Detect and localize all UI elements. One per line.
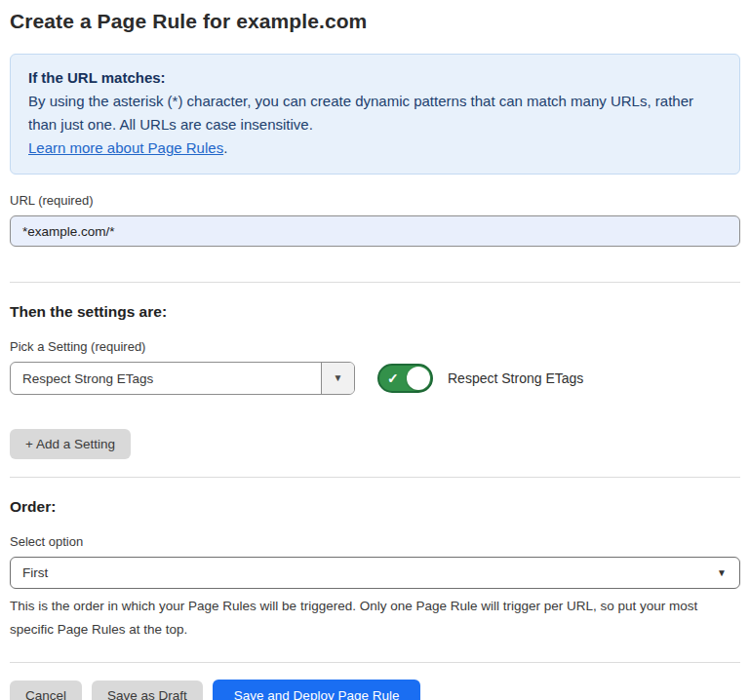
setting-dropdown-value: Respect Strong ETags [11,363,321,394]
divider [10,282,740,283]
save-draft-button[interactable]: Save as Draft [92,681,203,700]
toggle-knob [407,367,430,390]
learn-more-link[interactable]: Learn more about Page Rules [28,139,223,156]
order-help-text: This is the order in which your Page Rul… [10,595,740,642]
order-select-value: First [22,565,48,580]
info-box-body: By using the asterisk (*) character, you… [28,90,722,136]
info-box-heading: If the URL matches: [28,66,722,90]
link-suffix: . [223,139,227,156]
setting-dropdown-button[interactable]: ▼ [321,363,354,394]
chevron-down-icon: ▼ [717,568,727,578]
page-rule-form: Create a Page Rule for example.com If th… [0,0,750,700]
divider [10,662,740,663]
setting-dropdown[interactable]: Respect Strong ETags ▼ [10,362,355,395]
cancel-button[interactable]: Cancel [10,681,82,700]
form-actions: Cancel Save as Draft Save and Deploy Pag… [10,680,740,700]
check-icon: ✓ [387,370,399,386]
order-section-heading: Order: [10,498,740,516]
page-title: Create a Page Rule for example.com [10,10,740,33]
add-setting-button[interactable]: + Add a Setting [10,429,131,459]
setting-toggle[interactable]: ✓ [377,364,433,393]
order-select-label: Select option [10,534,740,549]
chevron-down-icon: ▼ [334,373,343,383]
url-match-info-box: If the URL matches: By using the asteris… [10,54,740,175]
order-select[interactable]: First ▼ [10,557,740,589]
url-input[interactable] [10,215,740,247]
pick-setting-label: Pick a Setting (required) [10,339,740,354]
settings-section-heading: Then the settings are: [10,303,740,321]
divider [10,477,740,478]
save-deploy-button[interactable]: Save and Deploy Page Rule [213,680,421,700]
setting-row: Respect Strong ETags ▼ ✓ Respect Strong … [10,362,740,395]
info-box-link-line: Learn more about Page Rules. [28,136,722,160]
toggle-label: Respect Strong ETags [448,370,583,386]
url-field-label: URL (required) [10,193,740,208]
